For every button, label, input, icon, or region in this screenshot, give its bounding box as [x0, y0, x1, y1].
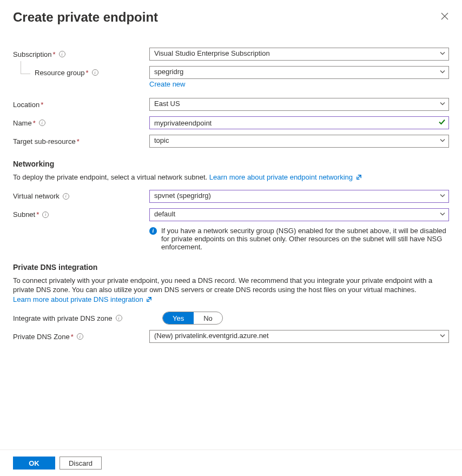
- info-icon[interactable]: i: [63, 193, 69, 200]
- location-label: Location*: [13, 101, 149, 109]
- external-link-icon: [356, 174, 362, 180]
- resource-group-select[interactable]: spegridrg: [149, 66, 449, 79]
- dns-section-title: Private DNS integration: [13, 263, 449, 272]
- toggle-yes[interactable]: Yes: [163, 312, 194, 324]
- create-private-endpoint-panel: Create private endpoint Subscription* i …: [0, 0, 462, 476]
- discard-button[interactable]: Discard: [60, 457, 102, 470]
- private-dns-zone-select[interactable]: (New) privatelink.eventgrid.azure.net: [149, 330, 449, 343]
- target-sub-resource-label: Target sub-resource*: [13, 137, 149, 146]
- info-icon[interactable]: i: [42, 211, 49, 218]
- integrate-dns-label: Integrate with private DNS zone i: [13, 314, 162, 322]
- networking-section-title: Networking: [13, 160, 449, 168]
- private-dns-zone-label: Private DNS Zone* i: [13, 333, 149, 341]
- target-sub-resource-select[interactable]: topic: [149, 135, 449, 148]
- subscription-select[interactable]: Visual Studio Enterprise Subscription: [149, 48, 449, 61]
- info-icon: i: [149, 227, 157, 235]
- virtual-network-select[interactable]: spvnet (spegridrg): [149, 190, 449, 203]
- panel-footer: OK Discard: [0, 449, 462, 476]
- virtual-network-label: Virtual network i: [13, 192, 149, 200]
- info-icon[interactable]: i: [59, 51, 65, 57]
- external-link-icon: [146, 296, 152, 302]
- panel-header: Create private endpoint: [13, 10, 449, 25]
- info-icon[interactable]: i: [92, 69, 98, 76]
- integrate-dns-toggle[interactable]: Yes No: [162, 312, 223, 325]
- create-new-resource-group-link[interactable]: Create new: [149, 80, 449, 88]
- subnet-select[interactable]: default: [149, 208, 449, 221]
- name-input[interactable]: [149, 116, 449, 129]
- check-icon: [438, 118, 446, 128]
- close-button[interactable]: [440, 12, 449, 21]
- page-title: Create private endpoint: [13, 10, 158, 25]
- toggle-no[interactable]: No: [194, 312, 222, 324]
- ok-button[interactable]: OK: [13, 457, 55, 470]
- resource-group-label: Resource group* i: [13, 69, 149, 77]
- location-select[interactable]: East US: [149, 98, 449, 111]
- subnet-label: Subnet* i: [13, 210, 149, 219]
- info-icon[interactable]: i: [77, 333, 83, 340]
- nsg-info-banner: i If you have a network security group (…: [149, 227, 449, 251]
- networking-description: To deploy the private endpoint, select a…: [13, 173, 449, 182]
- tree-connector-icon: [21, 61, 30, 74]
- networking-learn-more-link[interactable]: Learn more about private endpoint networ…: [209, 173, 362, 181]
- subscription-label: Subscription* i: [13, 50, 149, 58]
- dns-learn-more-link[interactable]: Learn more about private DNS integration: [13, 295, 152, 303]
- info-icon[interactable]: i: [116, 315, 122, 321]
- info-icon[interactable]: i: [39, 120, 45, 126]
- name-label: Name* i: [13, 119, 149, 127]
- dns-description: To connect privately with your private e…: [13, 276, 449, 305]
